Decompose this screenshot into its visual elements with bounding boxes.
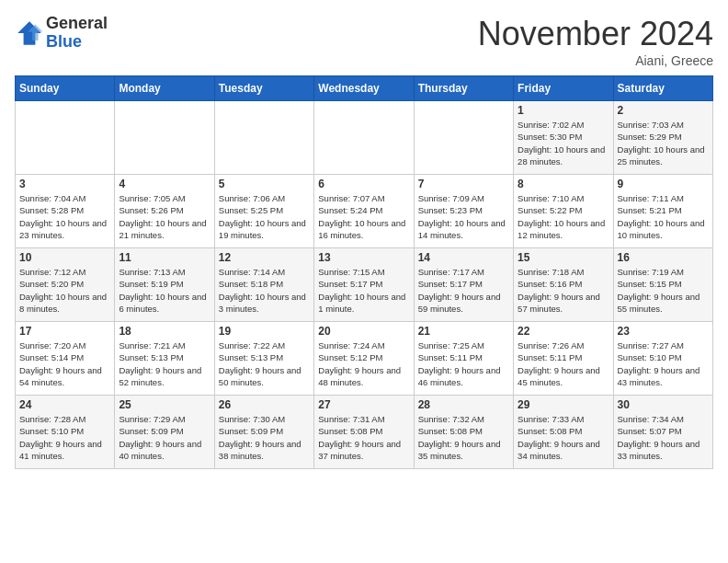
calendar-cell: 23Sunrise: 7:27 AMSunset: 5:10 PMDayligh… [613, 322, 712, 396]
day-number: 11 [119, 251, 210, 264]
day-info: Sunrise: 7:21 AMSunset: 5:13 PMDaylight:… [119, 339, 210, 388]
day-number: 4 [119, 178, 210, 190]
calendar-cell: 2Sunrise: 7:03 AMSunset: 5:29 PMDaylight… [613, 101, 712, 175]
day-info: Sunrise: 7:04 AMSunset: 5:28 PMDaylight:… [19, 192, 110, 241]
day-info: Sunrise: 7:33 AMSunset: 5:08 PMDaylight:… [518, 413, 609, 462]
day-info: Sunrise: 7:05 AMSunset: 5:26 PMDaylight:… [119, 192, 210, 241]
day-info: Sunrise: 7:06 AMSunset: 5:25 PMDaylight:… [219, 192, 310, 241]
day-info: Sunrise: 7:25 AMSunset: 5:11 PMDaylight:… [418, 339, 509, 388]
day-header-thursday: Thursday [414, 76, 513, 101]
calendar-table: SundayMondayTuesdayWednesdayThursdayFrid… [15, 75, 713, 469]
calendar-cell: 14Sunrise: 7:17 AMSunset: 5:17 PMDayligh… [414, 248, 513, 322]
day-info: Sunrise: 7:26 AMSunset: 5:11 PMDaylight:… [518, 339, 609, 388]
day-info: Sunrise: 7:11 AMSunset: 5:21 PMDaylight:… [618, 192, 709, 241]
day-number: 8 [518, 178, 609, 190]
day-info: Sunrise: 7:18 AMSunset: 5:16 PMDaylight:… [518, 266, 609, 315]
day-number: 18 [119, 325, 210, 338]
day-info: Sunrise: 7:07 AMSunset: 5:24 PMDaylight:… [318, 192, 409, 241]
day-info: Sunrise: 7:27 AMSunset: 5:10 PMDaylight:… [618, 339, 709, 388]
day-info: Sunrise: 7:22 AMSunset: 5:13 PMDaylight:… [219, 339, 310, 388]
day-info: Sunrise: 7:12 AMSunset: 5:20 PMDaylight:… [19, 266, 110, 315]
calendar-cell: 29Sunrise: 7:33 AMSunset: 5:08 PMDayligh… [514, 396, 613, 469]
calendar-cell: 7Sunrise: 7:09 AMSunset: 5:23 PMDaylight… [414, 175, 513, 248]
calendar-week-5: 24Sunrise: 7:28 AMSunset: 5:10 PMDayligh… [16, 396, 713, 469]
day-header-tuesday: Tuesday [214, 76, 313, 101]
day-info: Sunrise: 7:15 AMSunset: 5:17 PMDaylight:… [318, 266, 409, 315]
day-number: 30 [618, 398, 709, 411]
calendar-week-1: 1Sunrise: 7:02 AMSunset: 5:30 PMDaylight… [16, 101, 713, 175]
day-number: 13 [318, 251, 409, 264]
day-number: 2 [618, 104, 709, 117]
logo-blue: Blue [46, 32, 82, 51]
day-header-saturday: Saturday [613, 76, 712, 101]
day-number: 19 [219, 325, 310, 338]
day-info: Sunrise: 7:24 AMSunset: 5:12 PMDaylight:… [318, 339, 409, 388]
day-number: 21 [418, 325, 509, 338]
calendar-cell: 21Sunrise: 7:25 AMSunset: 5:11 PMDayligh… [414, 322, 513, 396]
day-number: 3 [19, 178, 110, 190]
day-info: Sunrise: 7:28 AMSunset: 5:10 PMDaylight:… [19, 413, 110, 462]
calendar-cell: 22Sunrise: 7:26 AMSunset: 5:11 PMDayligh… [514, 322, 613, 396]
logo-text: General Blue [46, 15, 108, 52]
day-info: Sunrise: 7:32 AMSunset: 5:08 PMDaylight:… [418, 413, 509, 462]
month-title: November 2024 [478, 15, 713, 53]
calendar-week-4: 17Sunrise: 7:20 AMSunset: 5:14 PMDayligh… [16, 322, 713, 396]
day-number: 7 [418, 178, 509, 190]
calendar-week-3: 10Sunrise: 7:12 AMSunset: 5:20 PMDayligh… [16, 248, 713, 322]
title-block: November 2024 Aiani, Greece [478, 15, 713, 68]
day-info: Sunrise: 7:03 AMSunset: 5:29 PMDaylight:… [618, 119, 709, 167]
day-number: 29 [518, 398, 609, 411]
day-number: 14 [418, 251, 509, 264]
day-number: 15 [518, 251, 609, 264]
day-header-monday: Monday [115, 76, 214, 101]
day-number: 17 [19, 325, 110, 338]
calendar-cell: 26Sunrise: 7:30 AMSunset: 5:09 PMDayligh… [214, 396, 313, 469]
day-number: 25 [119, 398, 210, 411]
day-info: Sunrise: 7:20 AMSunset: 5:14 PMDaylight:… [19, 339, 110, 388]
day-number: 1 [518, 104, 609, 117]
calendar-cell: 6Sunrise: 7:07 AMSunset: 5:24 PMDaylight… [314, 175, 414, 248]
day-info: Sunrise: 7:14 AMSunset: 5:18 PMDaylight:… [219, 266, 310, 315]
day-header-wednesday: Wednesday [314, 76, 414, 101]
calendar-cell [214, 101, 313, 175]
day-info: Sunrise: 7:31 AMSunset: 5:08 PMDaylight:… [318, 413, 409, 462]
day-header-friday: Friday [514, 76, 613, 101]
logo: General Blue [15, 15, 108, 52]
calendar-cell: 5Sunrise: 7:06 AMSunset: 5:25 PMDaylight… [214, 175, 313, 248]
day-number: 26 [219, 398, 310, 411]
day-number: 22 [518, 325, 609, 338]
logo-icon [15, 18, 44, 48]
calendar-cell [115, 101, 214, 175]
day-number: 20 [318, 325, 409, 338]
calendar-cell: 13Sunrise: 7:15 AMSunset: 5:17 PMDayligh… [314, 248, 414, 322]
calendar-week-2: 3Sunrise: 7:04 AMSunset: 5:28 PMDaylight… [16, 175, 713, 248]
day-number: 23 [618, 325, 709, 338]
calendar-cell [414, 101, 513, 175]
calendar-cell: 19Sunrise: 7:22 AMSunset: 5:13 PMDayligh… [214, 322, 313, 396]
calendar-cell: 8Sunrise: 7:10 AMSunset: 5:22 PMDaylight… [514, 175, 613, 248]
page-header: General Blue November 2024 Aiani, Greece [15, 15, 713, 68]
day-info: Sunrise: 7:29 AMSunset: 5:09 PMDaylight:… [119, 413, 210, 462]
calendar-cell: 27Sunrise: 7:31 AMSunset: 5:08 PMDayligh… [314, 396, 414, 469]
day-info: Sunrise: 7:30 AMSunset: 5:09 PMDaylight:… [219, 413, 310, 462]
day-number: 24 [19, 398, 110, 411]
calendar-cell: 12Sunrise: 7:14 AMSunset: 5:18 PMDayligh… [214, 248, 313, 322]
day-number: 10 [19, 251, 110, 264]
day-info: Sunrise: 7:09 AMSunset: 5:23 PMDaylight:… [418, 192, 509, 241]
calendar-cell: 3Sunrise: 7:04 AMSunset: 5:28 PMDaylight… [16, 175, 115, 248]
calendar-cell: 18Sunrise: 7:21 AMSunset: 5:13 PMDayligh… [115, 322, 214, 396]
calendar-cell: 28Sunrise: 7:32 AMSunset: 5:08 PMDayligh… [414, 396, 513, 469]
calendar-cell: 4Sunrise: 7:05 AMSunset: 5:26 PMDaylight… [115, 175, 214, 248]
calendar-cell: 24Sunrise: 7:28 AMSunset: 5:10 PMDayligh… [16, 396, 115, 469]
calendar-cell: 9Sunrise: 7:11 AMSunset: 5:21 PMDaylight… [613, 175, 712, 248]
calendar-cell: 15Sunrise: 7:18 AMSunset: 5:16 PMDayligh… [514, 248, 613, 322]
calendar-cell [314, 101, 414, 175]
calendar-cell: 10Sunrise: 7:12 AMSunset: 5:20 PMDayligh… [16, 248, 115, 322]
day-info: Sunrise: 7:02 AMSunset: 5:30 PMDaylight:… [518, 119, 609, 167]
day-info: Sunrise: 7:19 AMSunset: 5:15 PMDaylight:… [618, 266, 709, 315]
calendar-cell: 11Sunrise: 7:13 AMSunset: 5:19 PMDayligh… [115, 248, 214, 322]
day-number: 6 [318, 178, 409, 190]
day-number: 5 [219, 178, 310, 190]
day-info: Sunrise: 7:10 AMSunset: 5:22 PMDaylight:… [518, 192, 609, 241]
calendar-cell: 25Sunrise: 7:29 AMSunset: 5:09 PMDayligh… [115, 396, 214, 469]
